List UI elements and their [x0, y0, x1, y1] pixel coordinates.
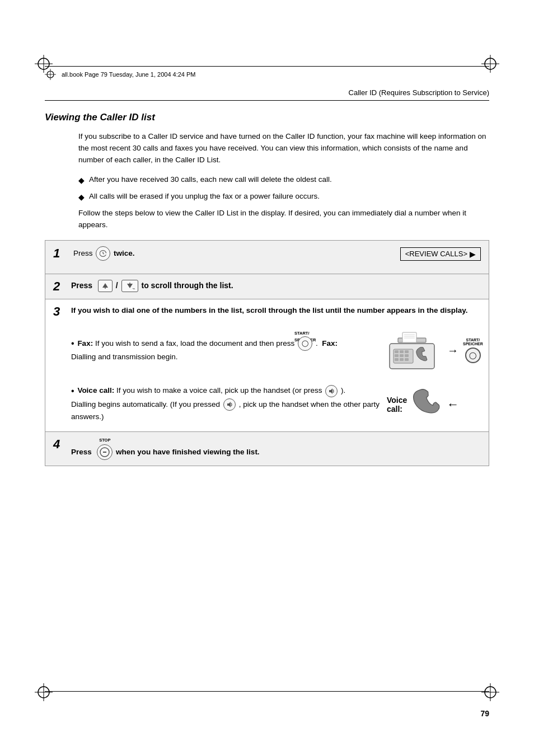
- voice-label-diagram: Voicecall:: [387, 396, 407, 414]
- step-number-1: 1: [53, 247, 65, 260]
- page-header: Caller ID (Requires Subscription to Serv…: [45, 88, 489, 101]
- step-1-twice: twice.: [114, 248, 135, 257]
- svg-rect-34: [405, 358, 409, 361]
- page-number: 79: [480, 709, 489, 718]
- speaker-button-2: [223, 398, 236, 411]
- svg-rect-33: [400, 358, 404, 361]
- main-content: Viewing the Caller ID list If you subscr…: [45, 106, 489, 466]
- svg-marker-17: [102, 283, 108, 288]
- bullet-item-1: ◆ After you have received 30 calls, each…: [78, 174, 489, 186]
- svg-line-21: [133, 288, 134, 289]
- step-3-voice-text: • Voice call: If you wish to make a voic…: [71, 384, 381, 426]
- header-title: Caller ID (Requires Subscription to Serv…: [349, 88, 489, 97]
- handset-svg: [411, 384, 442, 426]
- steps-container: 1 Press twice. <REVIEW CALLS> ▶ 2: [45, 240, 489, 466]
- follow-text: Follow the steps below to view the Calle…: [78, 208, 489, 231]
- svg-rect-31: [405, 354, 409, 357]
- bullet-dot-voice: •: [71, 386, 74, 396]
- step-2-content: Press / to scroll through the list.: [71, 280, 481, 292]
- bullet-diamond-2: ◆: [78, 191, 85, 203]
- stop-button-container: STOP: [96, 444, 114, 460]
- start-speicher-inline: START/SPEICHER ◯: [297, 336, 313, 351]
- step-1: 1 Press twice. <REVIEW CALLS> ▶: [45, 241, 489, 274]
- section-title: Viewing the Caller ID list: [45, 112, 489, 123]
- badge-arrow-icon: ▶: [470, 250, 476, 259]
- step-3: 3 If you wish to dial one of the numbers…: [45, 299, 489, 432]
- step-1-press: Press: [73, 248, 93, 257]
- voice-label-area: Voicecall:: [387, 396, 407, 414]
- step-2: 2 Press / to scroll through the list.: [45, 274, 489, 299]
- review-calls-button-icon: [96, 246, 110, 261]
- bullet-diamond-1: ◆: [78, 175, 85, 186]
- fax-arrow-icon: →: [447, 344, 458, 357]
- step-4-when: when you have finished viewing the list.: [116, 448, 260, 456]
- step-3-fax-text: • Fax: If you wish to send a fax, load t…: [71, 330, 381, 372]
- start-speicher-button: ◯: [298, 336, 312, 351]
- voice-label: Voice call:: [77, 386, 114, 395]
- bottom-border: [45, 691, 489, 692]
- start-speicher-diagram: START/SPEICHER ◯: [463, 338, 483, 363]
- reg-mark-bl: [35, 683, 53, 701]
- step-4-content: Press STOP when you have finished viewin…: [71, 438, 481, 460]
- voice-arrow-icon: ←: [447, 397, 459, 412]
- review-calls-badge: <REVIEW CALLS> ▶: [400, 247, 481, 261]
- step-3-fax-row: • Fax: If you wish to send a fax, load t…: [71, 330, 499, 372]
- fax-label-diagram: Fax:: [322, 339, 338, 348]
- step-2-press: Press: [71, 281, 95, 290]
- down-arrow-button: [121, 280, 138, 292]
- step-3-voice-row: • Voice call: If you wish to make a voic…: [71, 384, 499, 426]
- step-3-main-text: If you wish to dial one of the numbers i…: [71, 306, 468, 314]
- svg-rect-28: [405, 350, 409, 353]
- intro-text: If you subscribe to a Caller ID service …: [78, 131, 489, 166]
- step-number-3: 3: [53, 305, 65, 318]
- svg-rect-30: [400, 354, 404, 357]
- stop-button-icon: [97, 444, 113, 460]
- fax-machine-svg: [387, 330, 443, 372]
- bullet-dot-fax: •: [71, 339, 74, 348]
- svg-rect-32: [395, 358, 399, 361]
- speaker-button: [325, 385, 338, 397]
- step-number-4: 4: [53, 438, 65, 451]
- svg-rect-27: [400, 350, 404, 353]
- reg-mark-br: [481, 683, 499, 701]
- bullet-item-2: ◆ All calls will be erased if you unplug…: [78, 191, 489, 203]
- svg-line-16: [103, 253, 104, 254]
- fax-label: Fax:: [77, 339, 93, 348]
- svg-rect-26: [395, 350, 399, 353]
- svg-line-22: [134, 288, 135, 289]
- voice-illustration-area: Voicecall: ←: [387, 384, 499, 426]
- svg-rect-35: [402, 332, 416, 342]
- file-info: all.book Page 79 Tuesday, June 1, 2004 4…: [62, 71, 196, 78]
- svg-rect-29: [395, 354, 399, 357]
- top-bar: all.book Page 79 Tuesday, June 1, 2004 4…: [45, 66, 489, 80]
- step-4-press: Press: [71, 448, 94, 456]
- step-number-2: 2: [53, 280, 65, 293]
- up-arrow-button: [98, 280, 113, 292]
- step-3-content: If you wish to dial one of the numbers i…: [71, 305, 481, 317]
- svg-marker-19: [127, 284, 133, 288]
- step-2-to-scroll: to scroll through the list.: [142, 281, 233, 290]
- fax-illustration-area: → START/SPEICHER ◯: [387, 330, 499, 372]
- step-4: 4 Press STOP when you have finished view…: [45, 432, 489, 466]
